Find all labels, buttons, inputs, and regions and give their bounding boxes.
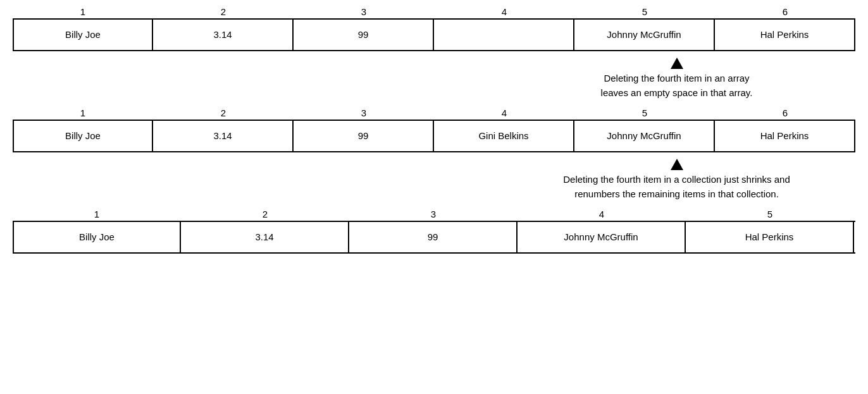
col-header-3-2: 2: [181, 209, 349, 219]
col-headers-2: 1 2 3 4 5 6: [13, 108, 855, 118]
col-header-3-4: 4: [518, 209, 686, 219]
col-headers-3: 1 2 3 4 5: [13, 209, 855, 219]
result-section: 1 2 3 4 5 Billy Joe 3.14 99 Johnny McGru…: [13, 209, 855, 254]
annotation-text-1: Deleting the fourth item in an array lea…: [601, 71, 753, 100]
cell-2-3: 99: [294, 121, 434, 151]
cell-3-4: Johnny McGruffin: [518, 222, 686, 252]
cell-3-3: 99: [349, 222, 518, 252]
cell-2-1: Billy Joe: [13, 121, 153, 151]
array-row-1: Billy Joe 3.14 99 Johnny McGruffin Hal P…: [13, 18, 855, 51]
cell-1-6: Hal Perkins: [715, 20, 855, 50]
col-header-6: 6: [715, 6, 855, 17]
col-header-3-1: 1: [13, 209, 181, 219]
cell-2-4: Gini Belkins: [434, 121, 574, 151]
array-row-2: Billy Joe 3.14 99 Gini Belkins Johnny Mc…: [13, 120, 855, 152]
cell-1-3: 99: [294, 20, 434, 50]
cell-1-5: Johnny McGruffin: [574, 20, 715, 50]
annotation-text-2: Deleting the fourth item in a collection…: [563, 173, 790, 201]
array-section: 1 2 3 4 5 6 Billy Joe 3.14 99 Johnny McG…: [13, 6, 855, 51]
cell-3-5: Hal Perkins: [686, 222, 854, 252]
cell-3-1: Billy Joe: [13, 222, 181, 252]
cell-2-6: Hal Perkins: [715, 121, 855, 151]
col-header-2-1: 1: [13, 108, 153, 118]
cell-1-1: Billy Joe: [13, 20, 153, 50]
arrow-up-2: [671, 159, 683, 170]
col-headers-1: 1 2 3 4 5 6: [13, 6, 855, 17]
cell-2-2: 3.14: [153, 121, 294, 151]
col-header-2-6: 6: [715, 108, 855, 118]
col-header-3-3: 3: [349, 209, 518, 219]
cell-3-2: 3.14: [181, 222, 349, 252]
col-header-5: 5: [574, 6, 715, 17]
cell-1-4: [434, 20, 574, 50]
collection-section: 1 2 3 4 5 6 Billy Joe 3.14 99 Gini Belki…: [13, 108, 855, 152]
array-row-3: Billy Joe 3.14 99 Johnny McGruffin Hal P…: [13, 221, 855, 254]
cell-1-2: 3.14: [153, 20, 294, 50]
col-header-4: 4: [434, 6, 574, 17]
annotation-1: Deleting the fourth item in an array lea…: [13, 58, 855, 100]
col-header-2-5: 5: [574, 108, 715, 118]
col-header-2-2: 2: [153, 108, 294, 118]
cell-2-5: Johnny McGruffin: [574, 121, 715, 151]
col-header-3-5: 5: [686, 209, 854, 219]
col-header-2: 2: [153, 6, 294, 17]
col-header-2-4: 4: [434, 108, 574, 118]
arrow-up-1: [671, 58, 683, 69]
col-header-1: 1: [13, 6, 153, 17]
col-header-3: 3: [294, 6, 434, 17]
annotation-2: Deleting the fourth item in a collection…: [13, 159, 855, 201]
col-header-2-3: 3: [294, 108, 434, 118]
